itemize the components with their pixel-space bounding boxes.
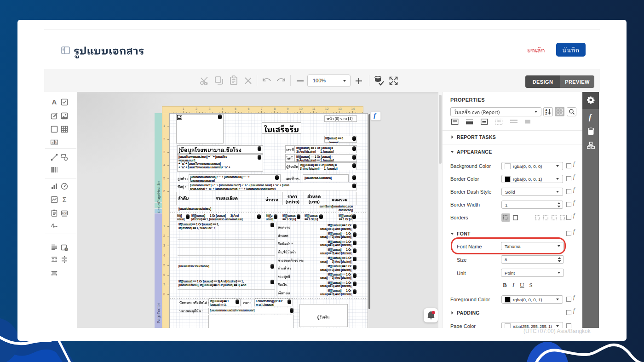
svg-text:A: A	[52, 98, 57, 106]
svg-text:PDF: PDF	[62, 212, 67, 215]
svg-text:A: A	[545, 109, 547, 112]
svg-text:a: a	[52, 141, 53, 144]
svg-text:Z: Z	[545, 112, 547, 115]
svg-text:Σ: Σ	[63, 196, 67, 203]
svg-text:b: b	[55, 141, 57, 144]
